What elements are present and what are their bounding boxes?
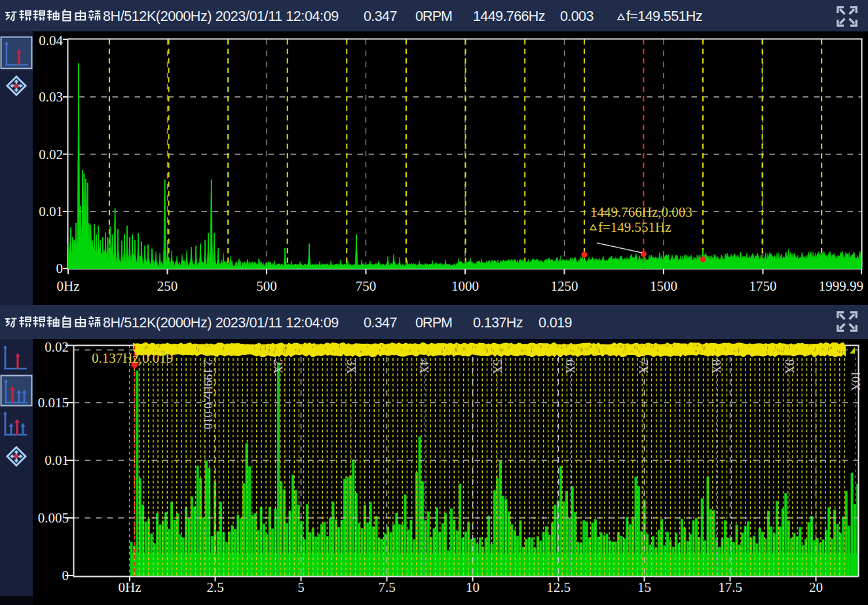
svg-text:0.005: 0.005	[38, 510, 69, 526]
svg-text:1750: 1750	[749, 278, 777, 294]
svg-text:17.5: 17.5	[718, 579, 742, 595]
svg-text:0.03: 0.03	[39, 89, 63, 105]
svg-text:0.003: 0.003	[560, 9, 594, 24]
svg-text:2.5: 2.5	[206, 579, 223, 595]
svg-text:0.01: 0.01	[39, 204, 63, 219]
svg-text:0: 0	[56, 261, 64, 276]
svg-text:8H/512K(2000Hz) 2023/01/11 12:: 8H/512K(2000Hz) 2023/01/11 12:04:09	[103, 315, 339, 331]
svg-text:10X: 10X	[849, 371, 862, 391]
svg-text:15: 15	[637, 579, 651, 595]
svg-text:7X: 7X	[637, 359, 650, 374]
svg-text:750: 750	[356, 278, 377, 294]
svg-text:1250: 1250	[551, 278, 578, 294]
svg-text:8H/512K(2000Hz) 2023/01/11 12:: 8H/512K(2000Hz) 2023/01/11 12:04:09	[103, 9, 339, 24]
svg-text:0.015: 0.015	[38, 395, 69, 411]
svg-text:5: 5	[297, 579, 305, 595]
svg-text:0.01: 0.01	[45, 452, 69, 468]
svg-text:10: 10	[466, 579, 480, 595]
svg-text:0.04: 0.04	[39, 33, 63, 48]
svg-text:0.137Hz,0.019: 0.137Hz,0.019	[92, 350, 173, 366]
svg-text:0.347: 0.347	[364, 315, 397, 331]
svg-text:1999.99: 1999.99	[819, 278, 863, 294]
svg-text:0.019: 0.019	[538, 315, 572, 331]
svg-text:500: 500	[256, 278, 277, 294]
svg-text:2X: 2X	[271, 359, 284, 374]
svg-text:7.5: 7.5	[378, 579, 395, 595]
svg-text:250: 250	[157, 278, 178, 294]
svg-text:5X: 5X	[491, 359, 504, 374]
svg-text:12.5: 12.5	[546, 579, 571, 595]
svg-text:0.347: 0.347	[364, 9, 397, 24]
svg-text:1000: 1000	[451, 278, 479, 294]
svg-text:1449.766Hz: 1449.766Hz	[473, 9, 545, 24]
svg-text:0RPM: 0RPM	[415, 315, 452, 331]
svg-text:f=149.551Hz: f=149.551Hz	[598, 219, 671, 235]
svg-text:6X: 6X	[563, 359, 576, 374]
svg-text:0.137Hz: 0.137Hz	[473, 315, 523, 331]
svg-text:1449.766Hz,0.003: 1449.766Hz,0.003	[590, 204, 692, 220]
svg-text:0: 0	[62, 568, 69, 583]
svg-text:0RPM: 0RPM	[415, 9, 452, 24]
svg-text:0Hz: 0Hz	[57, 278, 80, 294]
svg-text:3X: 3X	[345, 359, 358, 374]
svg-text:f=149.551Hz: f=149.551Hz	[626, 9, 702, 24]
svg-text:0.02: 0.02	[45, 339, 69, 355]
svg-text:2.199Hz,0.010: 2.199Hz,0.010	[201, 359, 214, 430]
svg-text:0.02: 0.02	[39, 147, 63, 162]
svg-text:4X: 4X	[417, 359, 430, 374]
svg-text:20: 20	[809, 579, 823, 595]
svg-text:1500: 1500	[650, 278, 677, 294]
svg-text:9X: 9X	[783, 359, 796, 374]
svg-text:0Hz: 0Hz	[119, 579, 142, 595]
svg-text:8X: 8X	[709, 359, 723, 374]
